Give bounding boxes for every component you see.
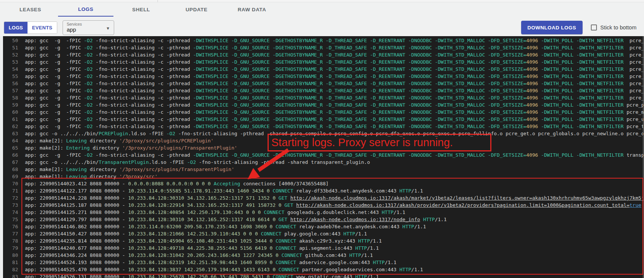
- log-line: 71app: 220905144122.177 8088 00000 - 10.…: [3, 187, 644, 194]
- stick-to-bottom-label: Stick to bottom: [600, 24, 636, 31]
- log-line: 81app: 220905144524.193 8088 00000 - 10.…: [3, 259, 644, 266]
- tab-raw-data[interactable]: RAW DATA: [224, 2, 280, 17]
- log-line: 62app: gcc -g -fPIC -O2 -fno-strict-alia…: [3, 123, 644, 130]
- tab-shell[interactable]: SHELL: [113, 2, 169, 17]
- log-line: 53app: gcc -g -fPIC -O2 -fno-strict-alia…: [3, 58, 644, 66]
- terminal[interactable]: 50app: gcc -g -fPIC -O2 -fno-strict-alia…: [3, 36, 644, 278]
- stick-to-bottom-checkbox[interactable]: [591, 24, 597, 31]
- log-line: 66app: gcc -g -fPIC -O2 -fno-strict-alia…: [3, 151, 644, 159]
- chevron-down-icon: ▼: [106, 26, 110, 31]
- log-line: 77app: 220905144150.427 8088 00000 - 10.…: [3, 230, 644, 237]
- log-line: 72app: 220905144124.228 8088 00000 - 10.…: [3, 194, 644, 202]
- log-line: 70app: 220905144023.412 8088 00000 - 0.0…: [3, 180, 644, 187]
- log-line: 56app: gcc -g -fPIC -O2 -fno-strict-alia…: [3, 80, 644, 87]
- log-line: 82app: 220905144525.470 8088 00000 - 10.…: [3, 266, 644, 273]
- log-line: 80app: 220905144346.224 8088 00000 - 10.…: [3, 252, 644, 259]
- header: LEASES LOGS SHELL UPDATE RAW DATA LOGS E…: [0, 2, 644, 36]
- log-line: 68app: make[2]: Leaving directory '/3pro…: [3, 166, 644, 173]
- log-line: 59app: gcc -g -fPIC -O2 -fno-strict-alia…: [3, 101, 644, 108]
- logs-events-toggle: LOGS EVENTS: [4, 21, 57, 34]
- log-line: 67app: gcc -o ../../../bin/TransparentPl…: [3, 159, 644, 166]
- tab-leases[interactable]: LEASES: [3, 2, 58, 17]
- log-line: 83app: 220905144526.131 8088 00000 - 10.…: [3, 273, 644, 278]
- log-line: 73app: 220905144125.187 8088 00000 - 10.…: [3, 202, 644, 209]
- log-line: 69app: make[1]: Leaving directory '/3pro…: [3, 173, 644, 180]
- log-line: 76app: 220905144146.862 8088 00000 - 10.…: [3, 223, 644, 230]
- log-line: 63app: gcc -o ../../../bin/PCREPlugin.ld…: [3, 130, 644, 137]
- log-line: 65app: make[2]: Entering directory '/3pr…: [3, 144, 644, 151]
- download-logs-button[interactable]: DOWNLOAD LOGS: [521, 21, 583, 34]
- log-line: 75app: 220905144129.797 8088 00000 - 10.…: [3, 216, 644, 223]
- log-line: 78app: 220905144235.814 8088 00000 - 10.…: [3, 237, 644, 244]
- tab-update[interactable]: UPDATE: [169, 2, 224, 17]
- services-select[interactable]: Services app ▼: [63, 20, 114, 35]
- events-toggle-button[interactable]: EVENTS: [28, 22, 57, 34]
- log-line: 79app: 220905144240.677 8088 00000 - 10.…: [3, 244, 644, 252]
- log-line: 57app: gcc -g -fPIC -O2 -fno-strict-alia…: [3, 87, 644, 94]
- toolbar: LOGS EVENTS Services app ▼ DOWNLOAD LOGS…: [0, 17, 644, 38]
- logs-toggle-button[interactable]: LOGS: [4, 22, 28, 34]
- log-line: 64app: make[2]: Leaving directory '/3pro…: [3, 137, 644, 144]
- log-line: 55app: gcc -g -fPIC -O2 -fno-strict-alia…: [3, 73, 644, 80]
- terminal-scrollbar[interactable]: [643, 36, 644, 278]
- log-line: 54app: gcc -g -fPIC -O2 -fno-strict-alia…: [3, 66, 644, 73]
- tab-bar: LEASES LOGS SHELL UPDATE RAW DATA: [3, 2, 280, 17]
- services-select-label: Services: [67, 22, 110, 26]
- tab-logs[interactable]: LOGS: [58, 2, 113, 17]
- log-line: 60app: gcc -g -fPIC -O2 -fno-strict-alia…: [3, 108, 644, 116]
- services-select-value: app: [67, 26, 110, 33]
- log-line: 50app: gcc -g -fPIC -O2 -fno-strict-alia…: [3, 37, 644, 44]
- terminal-lines: 50app: gcc -g -fPIC -O2 -fno-strict-alia…: [3, 36, 644, 278]
- log-line: 61app: gcc -g -fPIC -O2 -fno-strict-alia…: [3, 116, 644, 123]
- log-line: 58app: gcc -g -fPIC -O2 -fno-strict-alia…: [3, 94, 644, 101]
- log-line: 51app: gcc -g -fPIC -O2 -fno-strict-alia…: [3, 44, 644, 51]
- log-line: 52app: gcc -g -fPIC -O2 -fno-strict-alia…: [3, 51, 644, 58]
- log-line: 74app: 220905144125.271 8088 00000 - 10.…: [3, 209, 644, 216]
